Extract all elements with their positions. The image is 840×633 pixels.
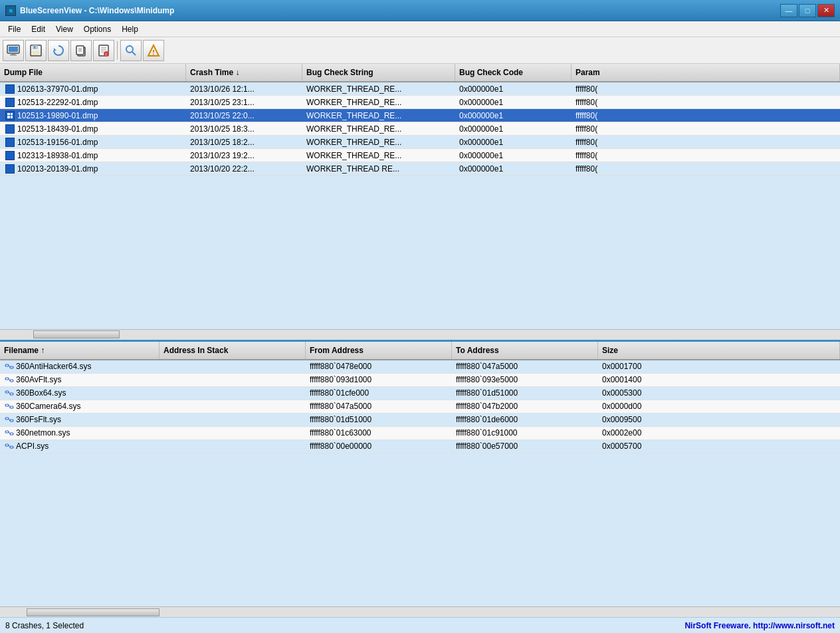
col-header-addrstack[interactable]: Address In Stack (159, 342, 306, 359)
to-address: fffff880`093e5000 (452, 374, 598, 386)
svg-line-42 (9, 432, 10, 434)
crash-time: 2013/10/25 23:1... (186, 96, 302, 108)
file-table-row[interactable]: 360AntiHacker64.sysfffff880`0478e000ffff… (0, 360, 840, 374)
menu-view[interactable]: View (51, 23, 78, 35)
svg-rect-25 (5, 364, 9, 366)
svg-rect-34 (5, 404, 9, 406)
copy-button[interactable] (70, 40, 92, 61)
file-size: 0x0005300 (598, 387, 840, 400)
save-button[interactable] (25, 40, 47, 61)
col-header-toaddr[interactable]: To Address (452, 342, 598, 359)
to-address: fffff880`047b2000 (452, 400, 598, 413)
menu-bar: File Edit View Options Help (0, 21, 840, 37)
file-table-row[interactable]: ACPI.sysfffff880`00e00000fffff880`00e570… (0, 440, 840, 453)
svg-marker-8 (54, 48, 56, 51)
svg-rect-37 (5, 418, 9, 420)
crash-list-pane: Dump File Crash Time ↓ Bug Check String … (0, 64, 840, 342)
svg-rect-2 (11, 53, 15, 55)
lower-hscroll-thumb[interactable] (27, 608, 159, 616)
sys-file-icon (4, 374, 15, 385)
svg-rect-29 (10, 380, 13, 382)
crash-table-row[interactable]: 102013-20139-01.dmp2013/10/20 22:2...WOR… (0, 162, 840, 176)
svg-line-21 (132, 52, 136, 55)
file-size: 0x0002e00 (598, 427, 840, 440)
dump-filename: 102013-20139-01.dmp (17, 164, 98, 174)
dump-filename: 102513-19156-01.dmp (17, 138, 98, 147)
to-address: fffff880`01d51000 (452, 387, 598, 400)
crash-table-row[interactable]: 102513-19890-01.dmp2013/10/25 22:0...WOR… (0, 109, 840, 122)
col-header-size[interactable]: Size (598, 342, 840, 359)
bug-check-code: 0x000000e1 (455, 82, 572, 95)
col-header-bugcode[interactable]: Bug Check Code (455, 64, 572, 81)
col-header-param[interactable]: Param (572, 64, 840, 81)
to-address: fffff880`01de6000 (452, 414, 598, 426)
sys-file-icon (4, 361, 15, 372)
bug-check-string: WORKER_THREAD_RE... (302, 149, 455, 162)
file-size: 0x0001700 (598, 360, 840, 373)
file-table-row[interactable]: 360Camera64.sysfffff880`047a5000fffff880… (0, 400, 840, 414)
crash-time: 2013/10/25 18:2... (186, 136, 302, 148)
menu-options[interactable]: Options (78, 23, 116, 35)
param-value: fffff80( (572, 149, 840, 162)
svg-rect-7 (32, 51, 40, 55)
file-table-row[interactable]: 360AvFlt.sysfffff880`093d1000fffff880`09… (0, 374, 840, 387)
file-table-row[interactable]: 360netmon.sysfffff880`01c63000fffff880`0… (0, 427, 840, 440)
bug-check-string: WORKER_THREAD_RE... (302, 96, 455, 108)
from-address: fffff880`00e00000 (306, 440, 452, 453)
crash-table-header: Dump File Crash Time ↓ Bug Check String … (0, 64, 840, 82)
search-button[interactable] (120, 40, 142, 61)
file-table-row[interactable]: 360Box64.sysfffff880`01cfe000fffff880`01… (0, 387, 840, 400)
to-address: fffff880`00e57000 (452, 440, 598, 453)
svg-point-20 (126, 46, 133, 53)
title-bar: ■ BlueScreenView - C:\Windows\Minidump —… (0, 0, 840, 21)
upper-hscroll[interactable] (0, 329, 840, 340)
main-content: Dump File Crash Time ↓ Bug Check String … (0, 64, 840, 617)
toolbar-separator (117, 41, 118, 60)
crash-table-row[interactable]: 102613-37970-01.dmp2013/10/26 12:1...WOR… (0, 82, 840, 96)
col-header-crashtime[interactable]: Crash Time ↓ (186, 64, 302, 81)
sys-file-icon (4, 441, 15, 451)
status-bar: 8 Crashes, 1 Selected NirSoft Freeware. … (0, 617, 840, 633)
menu-file[interactable]: File (3, 23, 26, 35)
about-button[interactable] (143, 40, 164, 61)
upper-hscroll-thumb[interactable] (33, 330, 120, 338)
svg-line-33 (9, 392, 10, 394)
svg-rect-41 (10, 433, 13, 435)
dump-file-icon (4, 164, 16, 174)
sys-file-icon (4, 428, 15, 438)
from-address: fffff880`01cfe000 (306, 387, 452, 400)
from-address: fffff880`093d1000 (306, 374, 452, 386)
file-size: 0x0000d00 (598, 400, 840, 413)
svg-rect-40 (5, 431, 9, 433)
sys-file-icon (4, 401, 15, 412)
file-table-row[interactable]: 360FsFlt.sysfffff880`01d51000fffff880`01… (0, 414, 840, 427)
monitor-button[interactable] (3, 40, 24, 61)
close-button[interactable]: ✕ (817, 4, 835, 17)
col-header-fromaddr[interactable]: From Address (306, 342, 452, 359)
svg-rect-28 (5, 378, 9, 380)
minimize-button[interactable]: — (780, 4, 797, 17)
col-header-bugstring[interactable]: Bug Check String (302, 64, 455, 81)
menu-edit[interactable]: Edit (26, 23, 51, 35)
crash-table-row[interactable]: 102513-18439-01.dmp2013/10/25 18:3...WOR… (0, 122, 840, 136)
maximize-button[interactable]: □ (799, 4, 816, 17)
lower-hscroll[interactable] (0, 606, 840, 617)
col-header-dumpfile[interactable]: Dump File (0, 64, 186, 81)
to-address: fffff880`047a5000 (452, 360, 598, 373)
col-header-filename[interactable]: Filename ↑ (0, 342, 159, 359)
report-button[interactable]: ! (93, 40, 114, 61)
to-address: fffff880`01c91000 (452, 427, 598, 440)
param-value: fffff80( (572, 122, 840, 135)
menu-help[interactable]: Help (116, 23, 144, 35)
refresh-button[interactable] (48, 40, 69, 61)
bug-check-string: WORKER_THREAD_RE... (302, 122, 455, 135)
file-size: 0x0001400 (598, 374, 840, 386)
crash-table-row[interactable]: 102313-18938-01.dmp2013/10/23 19:2...WOR… (0, 149, 840, 162)
svg-rect-43 (5, 444, 9, 446)
svg-line-30 (9, 379, 10, 381)
sys-filename: ACPI.sys (16, 442, 49, 451)
file-table-body: 360AntiHacker64.sysfffff880`0478e000ffff… (0, 360, 840, 607)
crash-table-row[interactable]: 102513-22292-01.dmp2013/10/25 23:1...WOR… (0, 96, 840, 109)
crash-table-row[interactable]: 102513-19156-01.dmp2013/10/25 18:2...WOR… (0, 136, 840, 149)
from-address: fffff880`047a5000 (306, 400, 452, 413)
